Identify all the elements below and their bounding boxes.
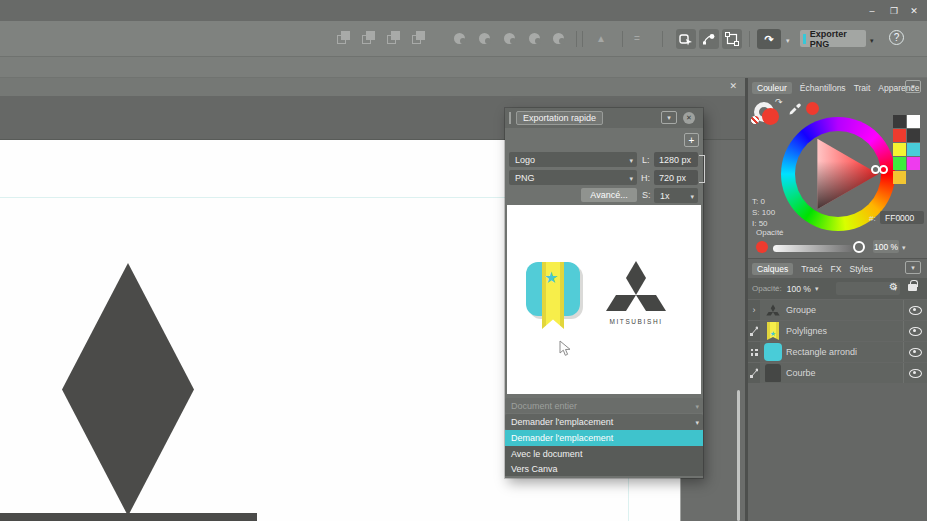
layer-row-polylignes[interactable]: ★ Polylignes	[748, 321, 927, 341]
minimize-button[interactable]: –	[864, 4, 880, 18]
layer-thumbnail	[760, 364, 786, 382]
expand-arrow-icon[interactable]: ›	[748, 300, 760, 320]
alignment-icon[interactable]: =	[634, 33, 640, 44]
opacity-slider-knob[interactable]	[853, 241, 865, 253]
tab-echantillons[interactable]: Échantillons	[800, 83, 846, 93]
chevron-down-icon[interactable]: ▾	[786, 37, 790, 44]
chevron-down-icon[interactable]: ▾	[902, 244, 906, 251]
color-wheel[interactable]	[781, 117, 895, 231]
width-field[interactable]: 1280 px	[654, 152, 698, 167]
swatch[interactable]	[893, 115, 906, 128]
height-field[interactable]: 720 px	[654, 170, 698, 185]
drag-handle[interactable]	[509, 112, 511, 124]
canvas-bar-shape[interactable]	[0, 513, 257, 521]
boolean-subtract-icon[interactable]	[478, 32, 492, 46]
visibility-cell[interactable]	[903, 321, 927, 341]
chevron-down-icon[interactable]: ▾	[815, 285, 819, 292]
opacity-value[interactable]: 100 %	[873, 240, 899, 253]
canvas-diamond-shape[interactable]	[62, 263, 194, 516]
transform-box-button[interactable]	[722, 29, 742, 49]
panel-collapse-button[interactable]: ▾	[905, 261, 921, 274]
tab-calques[interactable]: Calques	[752, 263, 793, 275]
quick-export-titlebar[interactable]: Exportation rapide ▾ ✕	[505, 108, 703, 128]
lock-icon[interactable]	[908, 284, 917, 291]
preset-value: Logo	[515, 155, 535, 165]
opacity-color-dot	[756, 241, 768, 253]
brand-text: MITSUBISHI	[600, 318, 672, 325]
arrange-icon[interactable]	[386, 31, 402, 47]
swatch[interactable]	[893, 157, 906, 170]
export-png-button[interactable]: Exporter PNG	[800, 30, 866, 47]
tab-fx[interactable]: FX	[831, 264, 842, 274]
layer-row-courbe[interactable]: Courbe	[748, 363, 927, 383]
export-location-select[interactable]: Demander l'emplacement ▾	[505, 414, 703, 430]
gear-icon[interactable]: ⚙	[889, 281, 898, 292]
menu-item-with-document[interactable]: Avec le document	[505, 446, 703, 461]
menu-item-label: Avec le document	[511, 449, 582, 459]
tab-trace[interactable]: Tracé	[801, 264, 822, 274]
arrange-icon[interactable]	[336, 31, 352, 47]
swatch[interactable]	[893, 129, 906, 142]
swatch[interactable]	[893, 143, 906, 156]
swatch[interactable]	[907, 157, 920, 170]
boolean-add-icon[interactable]	[453, 32, 467, 46]
export-png-label: Exporter PNG	[810, 29, 866, 49]
advanced-label: Avancé...	[590, 190, 627, 200]
visibility-cell[interactable]	[903, 342, 927, 362]
toolbar-separator	[582, 31, 583, 47]
menu-item-to-canva[interactable]: Vers Canva	[505, 461, 703, 476]
advanced-button[interactable]: Avancé...	[581, 188, 637, 202]
swatch[interactable]	[907, 129, 920, 142]
panel-collapse-button[interactable]: ▾	[905, 80, 921, 93]
node-mode-button[interactable]	[699, 29, 719, 49]
recent-color-swatch[interactable]	[806, 102, 819, 115]
panel-menu-button[interactable]: ▾	[661, 111, 677, 124]
close-button[interactable]: ✕	[906, 4, 922, 18]
tab-trait[interactable]: Trait	[854, 83, 871, 93]
swatch[interactable]	[893, 171, 906, 184]
height-label: H:	[641, 173, 650, 183]
arrange-icon[interactable]	[411, 31, 427, 47]
layer-opacity-value[interactable]: 100 %	[787, 284, 811, 294]
vertical-scrollbar[interactable]	[737, 390, 740, 521]
layer-row-rectangle-arrondi[interactable]: Rectangle arrondi	[748, 342, 927, 362]
link-dimensions-icon[interactable]	[699, 155, 705, 183]
scale-select[interactable]: 1x ▾	[654, 188, 698, 203]
tab-couleur[interactable]: Couleur	[752, 82, 792, 94]
tab-styles[interactable]: Styles	[849, 264, 872, 274]
hue-marker[interactable]	[879, 165, 888, 174]
layer-thumbnail	[760, 303, 786, 318]
boolean-combine-icon[interactable]	[552, 32, 566, 46]
add-preset-button[interactable]: +	[684, 133, 699, 147]
boolean-divide-icon[interactable]	[528, 32, 542, 46]
swatch[interactable]	[907, 143, 920, 156]
opacity-slider[interactable]	[773, 245, 853, 252]
swap-colors-icon[interactable]: ↷	[775, 97, 783, 107]
swatch[interactable]	[907, 115, 920, 128]
document-close-icon[interactable]: ✕	[729, 81, 737, 91]
help-button[interactable]: ?	[889, 30, 904, 45]
fill-color-well[interactable]	[762, 108, 779, 125]
triangle-marker[interactable]	[871, 165, 880, 174]
insert-mode-icon[interactable]: ▲	[596, 33, 606, 44]
width-value: 1280 px	[659, 155, 691, 165]
chevron-down-icon: ▾	[667, 114, 671, 121]
snapping-button[interactable]: ↷	[757, 29, 781, 49]
transform-mode-button[interactable]	[676, 29, 696, 49]
export-area-select[interactable]: Document entier ▾	[505, 398, 703, 413]
layer-row-groupe[interactable]: › Groupe	[748, 300, 927, 320]
panel-close-button[interactable]: ✕	[683, 112, 695, 124]
arrange-icon[interactable]	[361, 31, 377, 47]
layers-panel: Calques Tracé FX Styles ▾ Opacité: 100 %…	[748, 258, 927, 521]
maximize-button[interactable]: ❐	[886, 4, 902, 18]
visibility-cell[interactable]	[903, 363, 927, 383]
menu-item-ask-location[interactable]: Demander l'emplacement	[505, 430, 703, 446]
visibility-cell[interactable]	[903, 300, 927, 320]
preset-select[interactable]: Logo ▾	[509, 152, 637, 167]
boolean-intersect-icon[interactable]	[503, 32, 517, 46]
format-select[interactable]: PNG ▾	[509, 170, 637, 185]
mitsubishi-logo: MITSUBISHI	[600, 260, 672, 325]
hex-field[interactable]: FF0000	[880, 211, 924, 224]
chevron-down-icon[interactable]: ▾	[870, 37, 874, 44]
eyedropper-icon[interactable]	[788, 101, 803, 116]
